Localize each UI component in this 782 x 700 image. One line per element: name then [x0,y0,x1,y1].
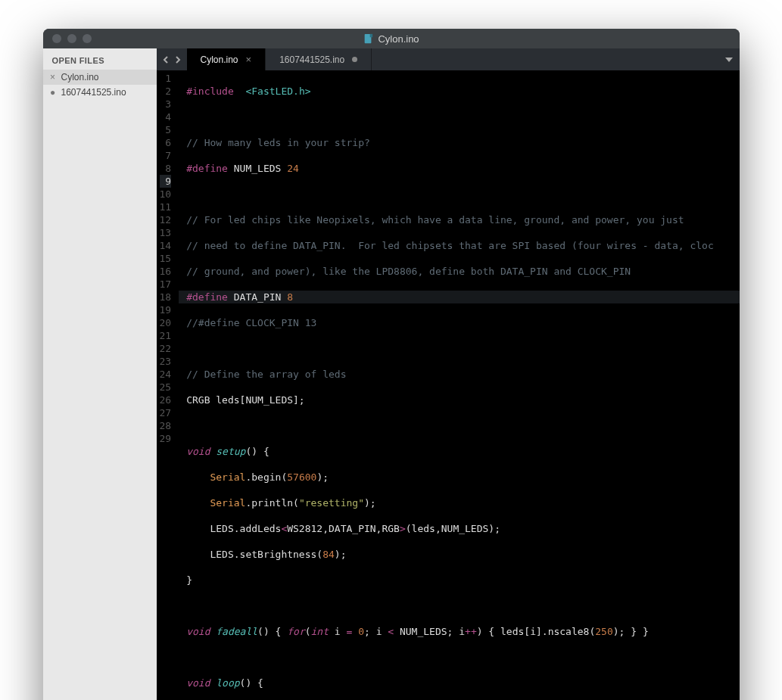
sidebar-item-cylon[interactable]: × Cylon.ino [43,70,157,85]
dirty-dot-icon[interactable]: ● [49,87,57,98]
titlebar[interactable]: Cylon.ino [43,29,740,48]
zoom-dot[interactable] [83,34,92,43]
code-editor[interactable]: 1234567891011121314151617181920212223242… [157,70,740,700]
open-files-header: OPEN FILES [43,48,157,70]
sidebar: OPEN FILES × Cylon.ino ● 1607441525.ino [43,48,157,700]
tab-overflow-icon[interactable] [718,48,740,70]
file-icon [363,33,373,44]
tab-label: 1607441525.ino [279,54,344,65]
chevron-right-icon[interactable] [173,56,181,64]
minimize-dot[interactable] [67,34,76,43]
tab-1607441525[interactable]: 1607441525.ino [266,48,372,70]
tab-label: Cylon.ino [201,54,238,65]
traffic-lights [43,34,92,43]
file-label: 1607441525.ino [61,87,126,98]
app-window: Cylon.ino OPEN FILES × Cylon.ino ● 16074… [43,29,740,700]
tab-bar: Cylon.ino × 1607441525.ino [157,48,740,70]
window-title: Cylon.ino [363,33,419,45]
code-area[interactable]: #include <FastLED.h> // How many leds in… [179,70,739,700]
dirty-dot-icon [352,57,357,62]
close-dot[interactable] [52,34,61,43]
close-icon[interactable]: × [49,72,57,82]
tab-close-icon[interactable]: × [246,54,252,65]
chevron-left-icon[interactable] [163,56,170,64]
sidebar-item-1607441525[interactable]: ● 1607441525.ino [43,85,157,100]
tab-nav[interactable] [157,48,187,70]
line-gutter: 1234567891011121314151617181920212223242… [157,70,179,700]
file-label: Cylon.ino [61,72,99,82]
tab-cylon[interactable]: Cylon.ino × [187,48,266,70]
svg-rect-1 [369,34,372,37]
